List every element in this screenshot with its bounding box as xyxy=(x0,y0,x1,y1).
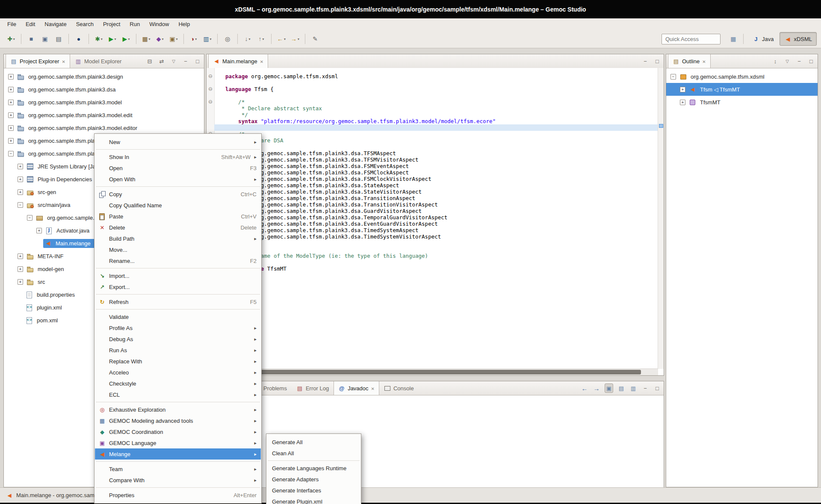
expand-icon[interactable]: + xyxy=(8,100,14,105)
maximize-icon[interactable] xyxy=(807,58,815,65)
context-menu-item-build-path[interactable]: Build Path▸ xyxy=(95,233,261,244)
external-tools-button[interactable]: ▶▾ xyxy=(120,33,133,44)
context-menu-item-acceleo[interactable]: Acceleo▸ xyxy=(95,367,261,378)
context-menu-item-export[interactable]: Export... xyxy=(95,281,261,292)
filter-icon[interactable] xyxy=(783,59,791,64)
menubar-item-navigate[interactable]: Navigate xyxy=(40,18,71,30)
new-package-button[interactable]: ▣▾ xyxy=(167,33,180,44)
pe-tab-model-explorer[interactable]: Model Explorer xyxy=(70,54,126,68)
context-menu-item-debug-as[interactable]: Debug As▸ xyxy=(95,333,261,345)
back-icon[interactable] xyxy=(581,385,588,392)
context-menu-item-compare-with[interactable]: Compare With▸ xyxy=(95,475,261,486)
gemoc-engine-button[interactable]: ● xyxy=(72,33,85,44)
forward-icon[interactable] xyxy=(593,385,600,392)
print-button[interactable]: ▤ xyxy=(52,33,65,44)
expand-icon[interactable]: + xyxy=(8,87,14,92)
context-menu-item-validate[interactable]: Validate xyxy=(95,311,261,322)
perspective-button-java[interactable]: Java xyxy=(748,32,778,45)
context-menu-item-run-as[interactable]: Run As▸ xyxy=(95,345,261,356)
submenu-item-generate-languages-runtime[interactable]: Generate Languages Runtime xyxy=(267,463,360,474)
tree-item[interactable]: +Tfsm ◁ TfsmMT xyxy=(666,83,818,96)
context-menu-item-checkstyle[interactable]: Checkstyle▸ xyxy=(95,378,261,389)
menubar-item-project[interactable]: Project xyxy=(98,18,125,30)
expand-icon[interactable]: + xyxy=(18,189,23,195)
close-tab-icon[interactable] xyxy=(702,58,706,65)
context-menu-item-refresh[interactable]: RefreshF5 xyxy=(95,296,261,307)
context-menu-item-replace-with[interactable]: Replace With▸ xyxy=(95,356,261,367)
fold-marker-icon[interactable]: ⊖ xyxy=(207,86,213,92)
coverage-button[interactable]: ◑▾ xyxy=(187,33,200,44)
submenu-item-generate-plugin-xml[interactable]: Generate Plugin.xml xyxy=(267,496,360,504)
context-menu-item-rename[interactable]: Rename...F2 xyxy=(95,255,261,266)
expand-icon[interactable]: + xyxy=(8,138,14,144)
minimize-icon[interactable] xyxy=(182,58,189,65)
debug-button[interactable]: ✱▾ xyxy=(92,33,105,44)
tree-item[interactable]: +org.gemoc.sample.tfsm.plaink3.design xyxy=(4,70,204,83)
next-annotation-button[interactable]: ↓▾ xyxy=(241,33,254,44)
search-button[interactable]: ◎ xyxy=(221,33,234,44)
submenu-item-generate-adapters[interactable]: Generate Adapters xyxy=(267,474,360,485)
context-menu-item-show-in[interactable]: Show InShift+Alt+W▸ xyxy=(95,151,261,162)
context-menu-item-ecl[interactable]: ECL▸ xyxy=(95,389,261,400)
editor-tab-main-melange[interactable]: Main.melange xyxy=(208,54,268,68)
context-menu-item-gemoc-modeling-advanced-tools[interactable]: GEMOC Modeling advanced tools▸ xyxy=(95,415,261,426)
save-button[interactable]: ■ xyxy=(25,33,38,44)
context-menu-item-move[interactable]: Move... xyxy=(95,244,261,255)
new-plugin-project-button[interactable]: ◆▾ xyxy=(154,33,166,44)
junit-button[interactable]: ▥▾ xyxy=(201,33,214,44)
expand-icon[interactable]: + xyxy=(680,100,685,105)
collapse-icon[interactable]: − xyxy=(8,151,14,156)
view-menu-icon[interactable] xyxy=(170,59,177,64)
menubar-item-run[interactable]: Run xyxy=(125,18,145,30)
sort-icon[interactable] xyxy=(771,58,779,65)
pe-tab-project-explorer[interactable]: Project Explorer xyxy=(6,54,70,68)
menubar-item-edit[interactable]: Edit xyxy=(21,18,40,30)
prev-annotation-button[interactable]: ↑▾ xyxy=(255,33,268,44)
new-java-project-button[interactable]: ▦▾ xyxy=(140,33,153,44)
scrollbar-thumb[interactable] xyxy=(207,370,641,374)
save-all-button[interactable]: ▣ xyxy=(38,33,51,44)
context-menu-item-paste[interactable]: PasteCtrl+V xyxy=(95,211,261,222)
fold-marker-icon[interactable]: ⊖ xyxy=(207,73,213,79)
tree-item[interactable]: +org.gemoc.sample.tfsm.plaink3.model.edi… xyxy=(4,109,204,121)
minimize-icon[interactable] xyxy=(795,58,803,65)
expand-icon[interactable]: + xyxy=(18,177,23,182)
bottom-tab-console[interactable]: Console xyxy=(379,381,419,395)
expand-icon[interactable]: + xyxy=(680,87,685,92)
expand-icon[interactable]: + xyxy=(18,253,23,259)
context-menu-item-gemoc-coordination[interactable]: GEMOC Coordination▸ xyxy=(95,426,261,437)
maximize-icon[interactable] xyxy=(653,385,661,392)
context-menu-item-copy-qualified-name[interactable]: Copy Qualified Name xyxy=(95,200,261,211)
maximize-icon[interactable] xyxy=(194,58,201,65)
mark-occurrences-button[interactable]: ✎ xyxy=(309,33,322,44)
context-menu-item-delete[interactable]: DeleteDelete xyxy=(95,222,261,233)
maximize-icon[interactable] xyxy=(653,58,661,65)
menubar-item-search[interactable]: Search xyxy=(71,18,98,30)
open-input-icon[interactable] xyxy=(629,385,637,392)
context-menu-item-copy[interactable]: CopyCtrl+C xyxy=(95,189,261,200)
context-menu-item-profile-as[interactable]: Profile As▸ xyxy=(95,322,261,333)
submenu-item-generate-all[interactable]: Generate All xyxy=(267,436,360,448)
close-tab-icon[interactable] xyxy=(371,385,375,392)
tree-item[interactable]: +org.gemoc.sample.tfsm.plaink3.model xyxy=(4,96,204,109)
new-wizard-button[interactable]: ✚▾ xyxy=(5,33,18,44)
run-button[interactable]: ▶▾ xyxy=(106,33,119,44)
context-menu-item-import[interactable]: Import... xyxy=(95,270,261,281)
expand-icon[interactable]: + xyxy=(36,228,42,233)
expand-icon[interactable]: + xyxy=(8,125,14,131)
context-menu-item-properties[interactable]: PropertiesAlt+Enter xyxy=(95,489,261,501)
back-button[interactable]: ←▾ xyxy=(275,33,288,44)
minimize-icon[interactable] xyxy=(641,385,649,392)
expand-icon[interactable]: + xyxy=(18,164,23,169)
link-with-editor-icon[interactable] xyxy=(158,58,165,65)
menubar-item-file[interactable]: File xyxy=(3,18,21,30)
forward-button[interactable]: →▾ xyxy=(289,33,301,44)
context-menu-item-gemoc-language[interactable]: GEMOC Language▸ xyxy=(95,437,261,448)
link-with-selection-icon[interactable] xyxy=(605,383,613,393)
horizontal-scrollbar[interactable] xyxy=(207,368,658,375)
context-menu-item-open-with[interactable]: Open With▸ xyxy=(95,174,261,185)
bottom-tab-javadoc[interactable]: Javadoc xyxy=(334,381,379,395)
collapse-icon[interactable]: − xyxy=(670,74,676,80)
quick-access-input[interactable] xyxy=(662,34,721,44)
expand-icon[interactable]: + xyxy=(18,266,23,272)
